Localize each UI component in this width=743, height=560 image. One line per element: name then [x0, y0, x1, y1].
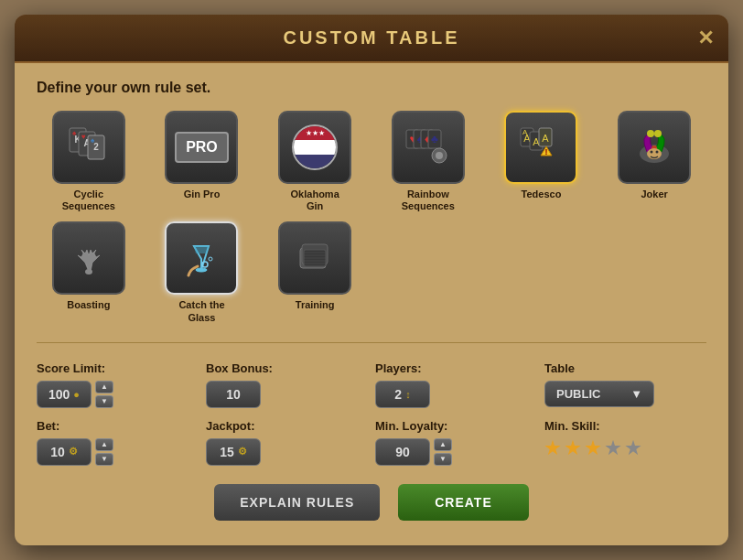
players-control: 2 ↕: [375, 381, 537, 408]
bet-value[interactable]: 10 ⚙: [37, 438, 92, 466]
box-bonus-label: Box Bonus:: [206, 361, 368, 375]
box-bonus-value[interactable]: 10: [206, 381, 261, 408]
game-mode-rainbow-sequences[interactable]: ♥ ♠ ♦ ♣ RainbowSequences: [376, 111, 480, 212]
buttons-row: EXPLAIN RULES CREATE: [37, 484, 706, 521]
boasting-label: Boasting: [67, 299, 110, 311]
box-bonus-group: Box Bonus: 10: [206, 361, 368, 408]
min-loyalty-label: Min. Loyalty:: [375, 419, 537, 433]
svg-point-30: [654, 130, 662, 137]
game-mode-boasting[interactable]: Boasting: [37, 221, 141, 323]
tedesco-label: Tedesco: [522, 188, 562, 200]
table-dropdown[interactable]: PUBLIC ▼: [544, 381, 654, 407]
star-4[interactable]: [605, 440, 621, 457]
custom-table-modal: CUSTOM TABLE ✕ Define your own rule set.…: [15, 15, 728, 545]
jackpot-group: Jackpot: 15 ⚙: [206, 419, 368, 466]
svg-point-29: [647, 130, 654, 137]
table-group: Table PUBLIC ▼: [544, 361, 706, 408]
bet-label: Bet:: [37, 419, 199, 433]
svg-point-39: [209, 257, 212, 261]
rainbow-sequences-icon: ♥ ♠ ♦ ♣: [392, 111, 465, 184]
game-mode-training[interactable]: Training: [263, 221, 367, 323]
modal-header: CUSTOM TABLE ✕: [15, 15, 728, 63]
catch-the-glass-icon: [165, 221, 238, 295]
bet-up[interactable]: ▲: [95, 438, 113, 451]
training-icon: [278, 221, 351, 295]
game-modes-grid: K ♠ A ♥ 2 ♠ CyclicSequences: [37, 111, 706, 324]
oklahoma-gin-icon: ★★★: [278, 111, 351, 184]
subtitle: Define your own rule set.: [37, 80, 706, 96]
coin-icon: ●: [73, 389, 80, 400]
loyalty-stepper: ▲ ▼: [434, 438, 452, 466]
bet-group: Bet: 10 ⚙ ▲ ▼: [37, 419, 199, 466]
jackpot-label: Jackpot:: [206, 419, 368, 433]
game-mode-gin-pro[interactable]: PRO Gin Pro: [150, 111, 254, 212]
game-mode-tedesco[interactable]: A A A A ! Tedesco: [490, 111, 594, 212]
bet-stepper: ▲ ▼: [95, 438, 113, 466]
star-3[interactable]: [585, 440, 601, 457]
svg-text:A: A: [522, 128, 528, 136]
svg-text:!: !: [545, 147, 548, 156]
box-bonus-control: 10: [206, 381, 368, 408]
cyclic-sequences-label: CyclicSequences: [62, 188, 115, 212]
svg-point-33: [651, 151, 653, 154]
score-limit-group: Score Limit: 100 ● ▲ ▼: [37, 361, 199, 408]
svg-point-34: [656, 151, 659, 154]
oklahoma-gin-label: OklahomaGin: [291, 188, 339, 212]
players-label: Players:: [375, 361, 537, 375]
explain-rules-button[interactable]: EXPLAIN RULES: [214, 484, 380, 521]
joker-label: Joker: [641, 188, 667, 200]
close-button[interactable]: ✕: [697, 28, 714, 48]
svg-point-35: [85, 269, 92, 275]
svg-text:♥: ♥: [81, 133, 86, 141]
min-loyalty-control: 90 ▲ ▼: [375, 438, 537, 466]
boasting-icon: [52, 221, 125, 295]
bet-control: 10 ⚙ ▲ ▼: [37, 438, 199, 466]
skill-stars: [544, 440, 706, 457]
gin-pro-label: Gin Pro: [184, 188, 221, 200]
game-mode-oklahoma-gin[interactable]: ★★★ OklahomaGin: [263, 111, 367, 212]
gin-pro-icon: PRO: [165, 111, 238, 184]
min-loyalty-value[interactable]: 90: [375, 438, 430, 466]
score-limit-stepper: ▲ ▼: [95, 381, 113, 408]
jackpot-control: 15 ⚙: [206, 438, 368, 466]
arrow-icon: ↕: [405, 389, 411, 400]
gear-icon-jackpot: ⚙: [238, 446, 247, 458]
score-limit-up[interactable]: ▲: [95, 381, 113, 393]
score-limit-label: Score Limit:: [37, 361, 199, 375]
min-skill-group: Min. Skill:: [544, 419, 706, 466]
game-mode-cyclic-sequences[interactable]: K ♠ A ♥ 2 ♠ CyclicSequences: [37, 111, 141, 212]
training-label: Training: [296, 299, 335, 311]
bet-down[interactable]: ▼: [95, 453, 113, 466]
loyalty-down[interactable]: ▼: [434, 453, 452, 466]
create-button[interactable]: CREATE: [398, 484, 529, 521]
star-5[interactable]: [625, 440, 641, 457]
players-group: Players: 2 ↕: [375, 361, 537, 408]
catch-the-glass-label: Catch theGlass: [178, 299, 224, 323]
modal-title: CUSTOM TABLE: [283, 27, 459, 48]
svg-point-18: [436, 152, 443, 159]
jackpot-value[interactable]: 15 ⚙: [206, 438, 261, 466]
min-loyalty-group: Min. Loyalty: 90 ▲ ▼: [375, 419, 537, 466]
score-limit-control: 100 ● ▲ ▼: [37, 381, 199, 408]
game-mode-catch-the-glass[interactable]: Catch theGlass: [150, 221, 254, 323]
star-1[interactable]: [544, 440, 561, 457]
svg-text:A: A: [543, 133, 550, 144]
joker-icon: [618, 111, 691, 184]
modal-body: Define your own rule set. K ♠ A ♥: [15, 63, 728, 545]
chevron-down-icon: ▼: [630, 387, 642, 401]
game-mode-joker[interactable]: Joker: [602, 111, 706, 212]
min-skill-label: Min. Skill:: [544, 419, 706, 433]
rainbow-sequences-label: RainbowSequences: [402, 188, 455, 212]
players-value[interactable]: 2 ↕: [375, 381, 430, 408]
gear-icon: ⚙: [69, 446, 78, 458]
cyclic-sequences-icon: K ♠ A ♥ 2 ♠: [52, 111, 125, 184]
table-control: PUBLIC ▼: [544, 381, 706, 407]
loyalty-up[interactable]: ▲: [434, 438, 452, 451]
score-limit-down[interactable]: ▼: [95, 395, 113, 408]
svg-text:♣: ♣: [431, 133, 438, 145]
star-2[interactable]: [565, 440, 581, 457]
settings-grid: Score Limit: 100 ● ▲ ▼ Box Bonus:: [37, 361, 706, 466]
table-label: Table: [544, 361, 706, 375]
score-limit-value[interactable]: 100 ●: [37, 381, 92, 408]
divider: [37, 342, 706, 343]
